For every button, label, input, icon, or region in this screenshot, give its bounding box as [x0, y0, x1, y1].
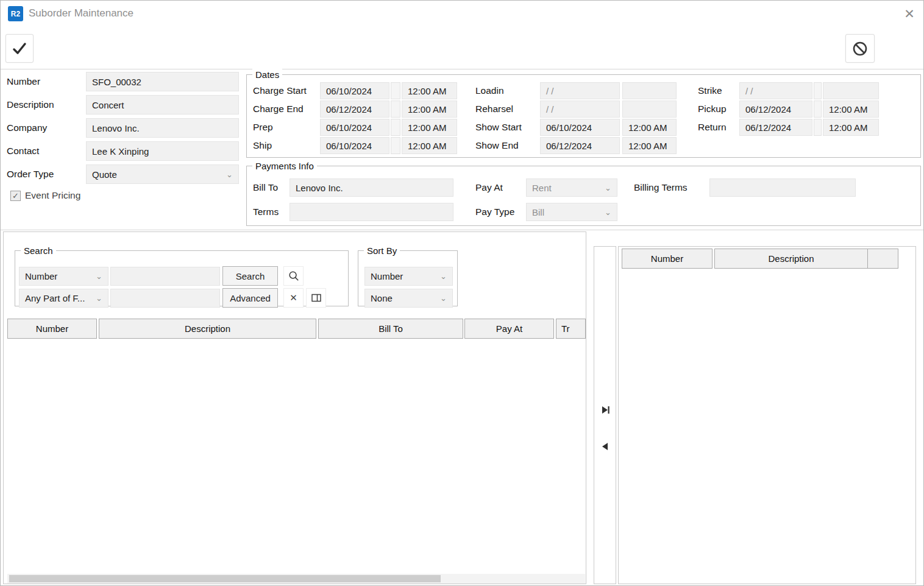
order-type-value: Quote	[92, 169, 117, 180]
reharsel-label: Reharsel	[475, 101, 536, 118]
suborders-col-number[interactable]: Number	[622, 249, 713, 269]
search-value-input[interactable]	[110, 267, 220, 286]
billing-terms-label: Billing Terms	[634, 178, 707, 197]
billing-terms-field[interactable]	[709, 178, 856, 197]
clear-search-button[interactable]: ✕	[283, 288, 304, 308]
prep-date-picker[interactable]	[391, 119, 400, 136]
checkbox-check-icon: ✓	[12, 191, 19, 200]
pickup-time[interactable]: 12:00 AM	[823, 101, 879, 118]
cancel-button[interactable]	[845, 34, 875, 63]
close-icon[interactable]: ✕	[900, 5, 919, 23]
number-field[interactable]: SFO_00032	[86, 72, 239, 91]
dates-group-title: Dates	[252, 69, 282, 80]
split-view-button[interactable]	[306, 288, 326, 308]
terms-field[interactable]	[290, 203, 453, 221]
terms-label: Terms	[253, 203, 288, 221]
chevron-down-icon: ⌄	[440, 272, 447, 281]
sort-secondary-value: None	[371, 293, 393, 303]
pickup-date[interactable]: 06/12/2024	[739, 101, 812, 118]
move-left-button[interactable]	[598, 439, 613, 454]
r2-logo: R2	[8, 6, 23, 21]
strike-date-picker[interactable]	[814, 82, 822, 99]
charge-end-label: Charge End	[253, 101, 318, 118]
move-right-button[interactable]	[598, 403, 613, 417]
strike-time[interactable]	[823, 82, 879, 99]
pay-at-label: Pay At	[475, 178, 524, 197]
strike-label: Strike	[698, 82, 737, 99]
check-icon	[12, 41, 27, 57]
loadin-time[interactable]	[622, 82, 677, 99]
show-start-date[interactable]: 06/10/2024	[540, 119, 620, 136]
strike-date[interactable]: / /	[739, 82, 812, 99]
charge-end-date-picker[interactable]	[391, 101, 400, 118]
orders-col-transfer[interactable]: Tr	[556, 319, 586, 339]
move-left-icon	[599, 440, 612, 453]
toolbar-divider	[1, 69, 923, 69]
search-button[interactable]: Search	[222, 266, 278, 286]
ship-time[interactable]: 12:00 AM	[402, 137, 457, 154]
charge-end-date[interactable]: 06/12/2024	[320, 101, 389, 118]
dates-group: Dates Charge Start 06/10/2024 12:00 AM C…	[246, 74, 921, 158]
reharsel-date[interactable]: / /	[540, 101, 620, 118]
prep-date[interactable]: 06/10/2024	[320, 119, 389, 136]
sort-by-group-title: Sort By	[364, 245, 400, 256]
order-type-select[interactable]: Quote ⌄	[86, 164, 239, 184]
charge-start-date[interactable]: 06/10/2024	[320, 82, 389, 99]
event-pricing-row: ✓ Event Pricing	[10, 190, 80, 201]
magnifier-button[interactable]	[283, 266, 304, 286]
sort-primary-select[interactable]: Number ⌄	[364, 267, 453, 286]
chevron-down-icon: ⌄	[226, 170, 233, 179]
pickup-date-picker[interactable]	[814, 101, 822, 118]
search-mode-select[interactable]: Any Part of F... ⌄	[19, 289, 108, 308]
advanced-button[interactable]: Advanced	[222, 288, 278, 308]
show-start-label: Show Start	[475, 119, 536, 136]
form-divider	[1, 230, 923, 230]
charge-start-date-picker[interactable]	[391, 82, 400, 99]
chevron-down-icon: ⌄	[605, 208, 611, 217]
ship-date-picker[interactable]	[391, 137, 400, 154]
payments-group-title: Payments Info	[252, 160, 317, 172]
search-mode-input[interactable]	[110, 289, 220, 308]
sort-primary-value: Number	[371, 271, 403, 281]
description-field[interactable]: Concert	[86, 95, 239, 115]
show-start-time[interactable]: 12:00 AM	[622, 119, 677, 136]
number-label: Number	[7, 72, 83, 91]
search-icon	[288, 270, 300, 282]
chevron-down-icon: ⌄	[605, 183, 611, 192]
search-group: Search Number ⌄ Search Any Part of F... …	[15, 250, 349, 306]
loadin-date[interactable]: / /	[540, 82, 620, 99]
search-field-value: Number	[25, 271, 57, 281]
pay-type-select[interactable]: Bill ⌄	[526, 203, 617, 221]
sort-secondary-select[interactable]: None ⌄	[364, 289, 453, 308]
search-field-select[interactable]: Number ⌄	[19, 267, 108, 286]
charge-start-time[interactable]: 12:00 AM	[402, 82, 457, 99]
show-end-time[interactable]: 12:00 AM	[622, 137, 677, 154]
prep-time[interactable]: 12:00 AM	[402, 119, 457, 136]
orders-hscrollbar[interactable]	[7, 574, 585, 584]
loadin-label: Loadin	[475, 82, 536, 99]
return-time[interactable]: 12:00 AM	[823, 119, 879, 136]
return-date[interactable]: 06/12/2024	[739, 119, 812, 136]
ship-date[interactable]: 06/10/2024	[320, 137, 389, 154]
orders-col-description[interactable]: Description	[99, 319, 316, 339]
orders-col-pay-at[interactable]: Pay At	[464, 319, 554, 339]
contact-label: Contact	[7, 141, 83, 161]
suborders-col-description[interactable]: Description	[714, 249, 868, 269]
company-field[interactable]: Lenovo Inc.	[86, 118, 239, 138]
event-pricing-checkbox[interactable]: ✓	[10, 191, 21, 201]
reharsel-time[interactable]	[622, 101, 677, 118]
charge-end-time[interactable]: 12:00 AM	[402, 101, 457, 118]
cancel-slash-icon	[851, 40, 869, 57]
contact-field[interactable]: Lee K Xinping	[86, 141, 239, 161]
return-date-picker[interactable]	[814, 119, 822, 136]
orders-hscrollbar-thumb[interactable]	[9, 575, 441, 582]
clear-icon: ✕	[290, 292, 297, 303]
search-mode-value: Any Part of F...	[25, 293, 85, 303]
show-end-date[interactable]: 06/12/2024	[540, 137, 620, 154]
confirm-button[interactable]	[5, 34, 34, 63]
bill-to-label: Bill To	[253, 178, 288, 197]
pay-at-select[interactable]: Rent ⌄	[526, 178, 617, 197]
orders-col-bill-to[interactable]: Bill To	[318, 319, 463, 339]
orders-col-number[interactable]: Number	[7, 319, 97, 339]
bill-to-field[interactable]: Lenovo Inc.	[290, 178, 453, 197]
